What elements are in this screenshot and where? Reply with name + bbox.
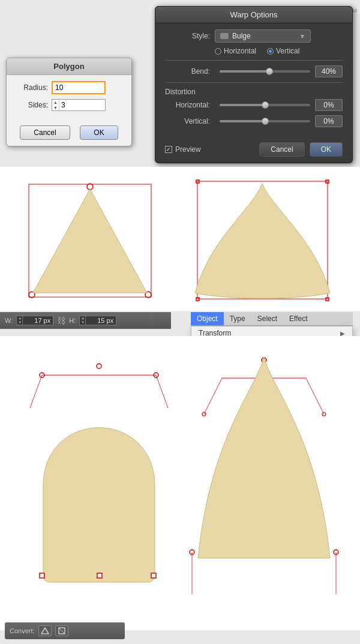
vertical-label: Vertical (276, 47, 299, 55)
svg-marker-29 (41, 628, 49, 634)
svg-marker-4 (33, 189, 147, 293)
w-input[interactable] (22, 316, 53, 325)
menu-transform-arrow: ▶ (340, 330, 345, 337)
warp-vertical-distort-slider[interactable] (220, 120, 310, 122)
w-spin-input: ▲ ▼ (16, 316, 53, 325)
warp-separator-2 (165, 82, 343, 83)
vertical-radio-label[interactable]: Vertical (267, 47, 299, 55)
warp-bend-row: Bend: 40% (165, 65, 343, 77)
warp-ok-button[interactable]: OK (310, 142, 343, 157)
preview-checkbox[interactable]: ✓ (165, 146, 172, 153)
warp-style-value: Bulge (232, 32, 251, 40)
spin-up-arrow[interactable]: ▲ (53, 100, 58, 105)
svg-line-31 (59, 628, 65, 634)
svg-line-21 (204, 378, 222, 414)
horizontal-radio-label[interactable]: Horizontal (215, 47, 256, 55)
convert-corner-icon (58, 627, 66, 635)
right-triangle-svg (189, 173, 339, 311)
polygon-cancel-button[interactable]: Cancel (20, 125, 70, 140)
menu-item-type[interactable]: Type (224, 312, 251, 325)
radius-input[interactable] (52, 81, 106, 94)
svg-point-12 (97, 364, 101, 369)
warp-style-row: Style: Bulge ▼ (165, 29, 343, 43)
w-label: W: (5, 317, 13, 324)
wh-toolbar: W: ▲ ▼ ⛓ H: ▲ ▼ (0, 312, 171, 329)
warp-horizontal-distort-label: Horizontal: (165, 101, 210, 109)
horizontal-radio[interactable] (215, 48, 221, 55)
sides-row: Sides: ▲ ▼ (15, 99, 123, 111)
warp-bend-slider[interactable] (220, 70, 310, 73)
warp-vertical-distort-value: 0% (315, 115, 343, 127)
menu-item-object[interactable]: Object (191, 312, 224, 325)
radius-label: Radius: (15, 83, 48, 92)
lower-canvas (0, 336, 360, 630)
svg-line-14 (30, 375, 42, 408)
warp-style-dropdown-arrow: ▼ (299, 33, 305, 40)
horizontal-label: Horizontal (224, 47, 256, 55)
h-label: H: (69, 317, 76, 324)
menu-item-effect[interactable]: Effect (283, 312, 313, 325)
sides-label: Sides: (15, 101, 48, 109)
polygon-dialog-buttons: Cancel OK (7, 122, 131, 146)
warp-cancel-button[interactable]: Cancel (259, 142, 304, 157)
menu-top-bar: Object Type Select Effect (191, 312, 353, 326)
svg-rect-16 (40, 573, 44, 578)
convert-corner-btn[interactable] (55, 625, 68, 636)
polygon-ok-button[interactable]: OK (80, 125, 118, 140)
warp-orientation-row: Horizontal Vertical (215, 47, 343, 55)
h-input[interactable] (85, 316, 116, 325)
upper-canvas (0, 167, 360, 311)
left-triangle-svg (15, 176, 165, 308)
svg-line-22 (306, 378, 324, 414)
warp-style-select[interactable]: Bulge ▼ (215, 29, 311, 43)
polygon-dialog-title: Polygon (7, 58, 131, 75)
vertical-radio[interactable] (267, 48, 274, 55)
lower-right-svg (186, 342, 354, 618)
sides-input[interactable] (59, 100, 95, 110)
sides-input-container: ▲ ▼ (52, 99, 106, 111)
menu-item-select[interactable]: Select (251, 312, 283, 325)
warp-horizontal-distort-slider[interactable] (220, 104, 310, 106)
lower-left-svg (12, 348, 186, 612)
spin-down-arrow[interactable]: ▼ (53, 105, 58, 110)
sides-spinner[interactable]: ▲ ▼ (52, 100, 59, 110)
warp-preview-check[interactable]: ✓ Preview (165, 145, 254, 154)
convert-label: Convert: (10, 627, 35, 634)
warp-vertical-distort-label: Vertical: (165, 117, 210, 125)
warp-horizontal-distort-row: Horizontal: 0% (165, 99, 343, 111)
warp-dialog-title: Warp Options (155, 7, 352, 23)
warp-bend-label: Bend: (165, 67, 210, 76)
preview-label: Preview (175, 145, 201, 154)
polygon-dialog: Polygon Radius: Sides: ▲ ▼ Cancel OK (6, 58, 132, 146)
warp-distortion-label: Distortion (165, 88, 343, 96)
bulge-icon (220, 33, 229, 39)
warp-dialog-footer: ✓ Preview Cancel OK (155, 139, 352, 163)
convert-anchor-btn[interactable] (38, 625, 52, 636)
warp-horizontal-distort-value: 0% (315, 99, 343, 111)
warp-separator-1 (165, 60, 343, 61)
warp-bend-value: 40% (315, 65, 343, 77)
convert-anchor-icon (41, 627, 49, 635)
radius-row: Radius: (15, 81, 123, 94)
svg-rect-17 (97, 573, 102, 578)
convert-toolbar: Convert: (5, 622, 125, 639)
h-spin-input: ▲ ▼ (79, 316, 116, 325)
link-icon: ⛓ (57, 316, 65, 325)
right-triangle-container (189, 173, 339, 313)
left-triangle-container (15, 176, 165, 310)
warp-vertical-distort-row: Vertical: 0% (165, 115, 343, 127)
svg-rect-18 (151, 573, 156, 578)
warp-style-label: Style: (165, 32, 210, 40)
svg-line-15 (156, 375, 168, 408)
warp-dialog: Warp Options Style: Bulge ▼ Horizontal V… (155, 6, 353, 163)
